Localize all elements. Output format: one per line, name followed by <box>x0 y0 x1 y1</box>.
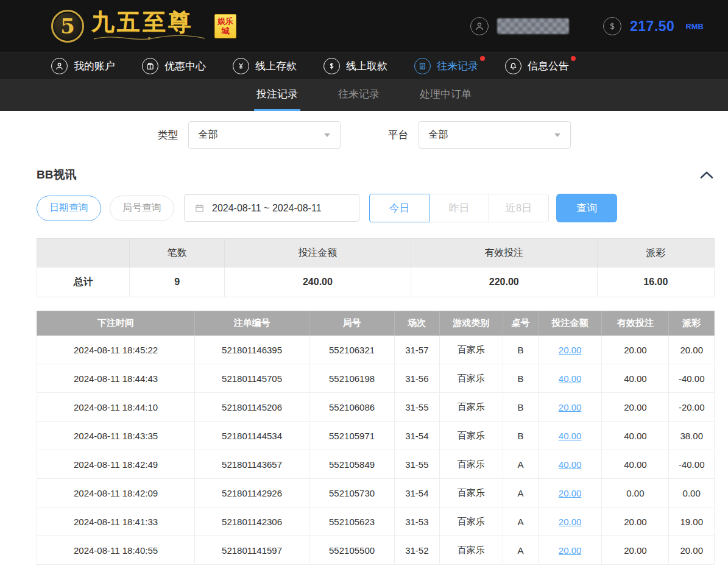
cell-session: 31-54 <box>395 422 439 450</box>
platform-select-value: 全部 <box>429 129 448 141</box>
bet-amount-link[interactable]: 20.00 <box>559 402 582 412</box>
gift-icon <box>142 58 158 74</box>
cell-game-type: 百家乐 <box>439 479 503 507</box>
nav-label: 线上取款 <box>346 59 387 73</box>
cell-game-type: 百家乐 <box>439 393 503 422</box>
nav-item-records[interactable]: 往来记录 <box>414 58 478 74</box>
table-row: 2024-08-11 18:44:10521801145206552106086… <box>37 393 715 422</box>
bet-amount-link[interactable]: 40.00 <box>559 373 582 384</box>
cell-table-no: A <box>503 450 539 479</box>
bet-amount-link[interactable]: 40.00 <box>559 459 582 470</box>
cell-valid-bet: 0.00 <box>602 479 669 507</box>
cell-bet-amount: 20.00 <box>538 393 602 422</box>
summary-header-bet-amount: 投注金额 <box>225 239 411 267</box>
cell-payout: 38.00 <box>669 422 715 450</box>
tab-transaction-records[interactable]: 往来记录 <box>336 79 382 111</box>
logo-flourish-icon <box>91 35 207 42</box>
cell-round-no: 552106198 <box>309 364 395 393</box>
section-header: BB视讯 <box>37 167 713 183</box>
cell-bet-amount: 40.00 <box>538 450 602 479</box>
cell-payout: 0.00 <box>669 479 715 507</box>
bet-amount-link[interactable]: 20.00 <box>559 545 582 556</box>
cell-bet-time: 2024-08-11 18:40:55 <box>37 536 195 565</box>
logo-title: 九五至尊 <box>91 10 207 34</box>
quick-date-group: 今日 昨日 近8日 <box>369 194 549 222</box>
nav-item-my-account[interactable]: 我的账户 <box>51 58 115 74</box>
bet-records-table: 下注时间注单编号局号场次游戏类别桌号投注金额有效投注派彩 2024-08-11 … <box>37 311 715 565</box>
cell-valid-bet: 20.00 <box>602 393 669 422</box>
date-range-input[interactable]: 2024-08-11 ~ 2024-08-11 <box>184 194 359 222</box>
platform-select[interactable]: 全部 <box>419 121 571 149</box>
cell-session: 31-53 <box>395 507 439 536</box>
balance-currency: RMB <box>685 22 704 31</box>
cell-round-no: 552106321 <box>309 336 395 364</box>
bet-amount-link[interactable]: 20.00 <box>559 345 582 355</box>
bell-icon <box>505 58 521 74</box>
notification-dot <box>480 56 485 61</box>
cell-payout: -20.00 <box>669 393 715 422</box>
summary-total-label: 总计 <box>37 267 130 297</box>
date-query-button[interactable]: 日期查询 <box>37 196 101 221</box>
cell-round-no: 552105730 <box>309 479 395 507</box>
cell-payout: 20.00 <box>669 336 715 364</box>
type-select[interactable]: 全部 <box>188 121 341 149</box>
cell-game-type: 百家乐 <box>439 450 503 479</box>
nav-label: 我的账户 <box>74 59 115 73</box>
cell-payout: -40.00 <box>669 450 715 479</box>
table-header-row: 下注时间注单编号局号场次游戏类别桌号投注金额有效投注派彩 <box>37 311 715 336</box>
page: 5 九五至尊 娱乐城 217.50 <box>0 0 728 569</box>
round-query-button[interactable]: 局号查询 <box>110 196 174 221</box>
summary-table-wrap: 笔数 投注金额 有效投注 派彩 总计 9 240.00 220.00 16.00 <box>37 238 715 565</box>
today-button[interactable]: 今日 <box>369 194 429 222</box>
withdraw-coin-icon <box>323 58 340 74</box>
cell-session: 31-54 <box>395 479 439 507</box>
cell-game-type: 百家乐 <box>439 336 503 364</box>
col-header-session: 场次 <box>395 311 439 336</box>
last-8-days-button[interactable]: 近8日 <box>489 194 549 222</box>
cell-bet-time: 2024-08-11 18:42:49 <box>37 450 195 479</box>
tab-processing-orders[interactable]: 处理中订单 <box>417 79 474 111</box>
cell-bet-time: 2024-08-11 18:42:09 <box>37 479 195 507</box>
tab-bet-records[interactable]: 投注记录 <box>254 79 300 111</box>
username-blurred[interactable] <box>497 18 569 34</box>
avatar-icon[interactable] <box>470 17 489 35</box>
bet-amount-link[interactable]: 40.00 <box>559 431 582 441</box>
cell-bet-time: 2024-08-11 18:45:22 <box>37 336 195 364</box>
cell-payout: 19.00 <box>669 507 715 536</box>
cell-order-no: 521801141597 <box>195 536 309 565</box>
chevron-down-icon <box>324 133 330 137</box>
notification-dot <box>571 56 576 61</box>
nav-item-withdraw[interactable]: 线上取款 <box>323 58 387 74</box>
summary-header-valid-bet: 有效投注 <box>411 239 597 267</box>
nav-item-deposit[interactable]: 线上存款 <box>233 58 297 74</box>
summary-valid-bet: 220.00 <box>411 267 597 297</box>
query-controls: 日期查询 局号查询 2024-08-11 ~ 2024-08-11 今日 昨日 … <box>37 194 728 222</box>
table-row: 2024-08-11 18:42:49521801143657552105849… <box>37 450 715 479</box>
col-header-game-type: 游戏类别 <box>439 311 503 336</box>
cell-table-no: B <box>503 336 539 364</box>
cell-session: 31-56 <box>395 364 439 393</box>
collapse-chevron-up-icon[interactable] <box>700 171 713 179</box>
summary-payout: 16.00 <box>597 267 714 297</box>
cell-valid-bet: 40.00 <box>602 450 669 479</box>
yesterday-button[interactable]: 昨日 <box>429 194 489 222</box>
platform-filter-label: 平台 <box>388 128 409 142</box>
cell-valid-bet: 20.00 <box>602 336 669 364</box>
deposit-coin-icon <box>233 58 249 74</box>
cell-table-no: B <box>503 422 539 450</box>
nav-item-promotions[interactable]: 优惠中心 <box>142 58 206 74</box>
cell-order-no: 521801145206 <box>195 393 309 422</box>
col-header-round-no: 局号 <box>309 311 395 336</box>
cell-bet-amount: 20.00 <box>538 336 602 364</box>
bet-amount-link[interactable]: 20.00 <box>559 517 582 527</box>
cell-game-type: 百家乐 <box>439 364 503 393</box>
bet-amount-link[interactable]: 20.00 <box>559 488 582 498</box>
cell-session: 31-55 <box>395 393 439 422</box>
search-button[interactable]: 查询 <box>556 194 617 222</box>
cell-table-no: B <box>503 393 539 422</box>
cell-bet-amount: 20.00 <box>538 507 602 536</box>
nav-item-announcements[interactable]: 信息公告 <box>505 58 569 74</box>
table-row: 2024-08-11 18:41:33521801142306552105623… <box>37 507 715 536</box>
cell-session: 31-55 <box>395 450 439 479</box>
table-row: 2024-08-11 18:42:09521801142926552105730… <box>37 479 715 507</box>
